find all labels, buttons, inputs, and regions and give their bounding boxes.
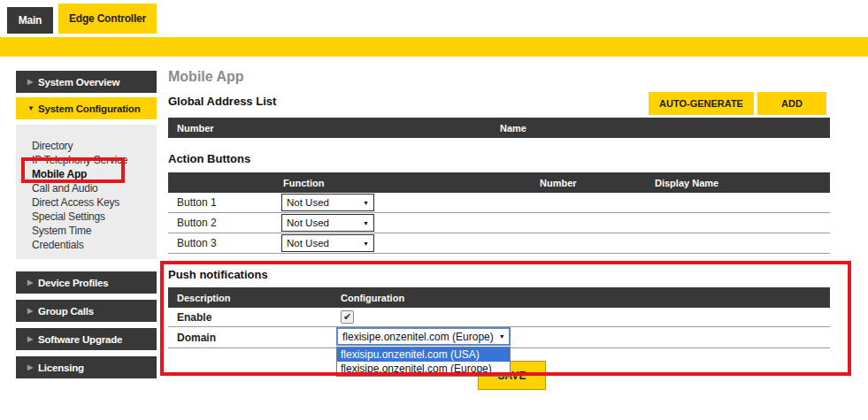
push-col-configuration: Configuration xyxy=(341,293,404,303)
sidebar-item-label: Licensing xyxy=(38,363,84,373)
push-table-header: Description Configuration xyxy=(168,287,830,308)
sidebar-item-label: Software Upgrade xyxy=(38,334,122,345)
gal-col-name: Name xyxy=(500,123,526,134)
sidebar-item-device-profiles[interactable]: ▶ Device Profiles xyxy=(16,271,157,294)
select-value: Not Used xyxy=(287,197,329,208)
domain-select-value: flexisipe.onzenitel.com (Europe) xyxy=(342,331,494,343)
action-row-button-3: Button 3 Not Used ▼ xyxy=(168,233,830,254)
chevron-right-icon: ▶ xyxy=(27,335,38,343)
sidebar-item-software-upgrade[interactable]: ▶ Software Upgrade xyxy=(16,328,157,350)
action-buttons-heading: Action Buttons xyxy=(168,152,250,165)
gal-col-number: Number xyxy=(177,123,214,134)
sidebar-item-label: System Configuration xyxy=(38,103,140,114)
action-col-number: Number xyxy=(540,178,577,188)
button-3-function-select[interactable]: Not Used ▼ xyxy=(281,234,374,252)
button-1-function-select[interactable]: Not Used ▼ xyxy=(281,194,374,211)
select-value: Not Used xyxy=(287,238,329,248)
gal-table-header: Number Name xyxy=(168,118,830,138)
sidebar-item-special-settings[interactable]: Special Settings xyxy=(32,210,105,224)
auto-generate-button[interactable]: AUTO-GENERATE xyxy=(649,92,754,115)
button-2-label: Button 2 xyxy=(177,217,217,229)
domain-label: Domain xyxy=(177,332,216,344)
push-row-enable: Enable ✔ xyxy=(168,308,830,327)
sidebar-item-label: Group Calls xyxy=(38,306,94,317)
sidebar-item-label: System Overview xyxy=(38,77,119,88)
enable-checkbox[interactable]: ✔ xyxy=(341,310,354,324)
checkmark-icon: ✔ xyxy=(343,311,351,323)
action-row-button-1: Button 1 Not Used ▼ xyxy=(168,193,830,213)
caret-down-icon: ▼ xyxy=(363,200,369,206)
sidebar-item-label: Device Profiles xyxy=(38,278,108,288)
push-row-domain: Domain flexisipe.onzenitel.com (Europe) … xyxy=(168,327,830,348)
button-2-function-select[interactable]: Not Used ▼ xyxy=(281,214,374,232)
tab-main[interactable]: Main xyxy=(7,7,53,34)
sidebar-item-ip-telephony-service[interactable]: IP Telephony Service xyxy=(32,154,127,167)
action-row-button-2: Button 2 Not Used ▼ xyxy=(168,213,830,233)
sidebar-item-directory[interactable]: Directory xyxy=(32,140,73,153)
tab-edge-controller[interactable]: Edge Controller xyxy=(58,4,157,34)
enable-label: Enable xyxy=(177,311,211,324)
sidebar-item-licensing[interactable]: ▶ Licensing xyxy=(16,356,157,378)
chevron-right-icon: ▶ xyxy=(27,307,38,315)
button-3-label: Button 3 xyxy=(177,237,217,249)
select-value: Not Used xyxy=(287,218,329,228)
button-1-label: Button 1 xyxy=(177,196,217,209)
sidebar-item-mobile-app[interactable]: Mobile App xyxy=(32,168,87,181)
sidebar-item-direct-access-keys[interactable]: Direct Access Keys xyxy=(32,196,119,210)
gal-heading: Global Address List xyxy=(168,95,276,108)
sidebar-item-group-calls[interactable]: ▶ Group Calls xyxy=(16,300,157,322)
chevron-down-icon: ▼ xyxy=(27,104,38,112)
page-title: Mobile App xyxy=(168,69,244,85)
add-button[interactable]: ADD xyxy=(757,92,826,115)
domain-dropdown-list: flexisipu.onzenitel.com (USA) flexisipe.… xyxy=(336,347,511,377)
push-col-description: Description xyxy=(177,293,231,303)
brand-bar xyxy=(0,37,868,57)
sidebar-item-system-time[interactable]: System Time xyxy=(32,225,91,238)
action-table-header: Function Number Display Name xyxy=(168,172,830,193)
chevron-right-icon: ▶ xyxy=(27,279,38,286)
sidebar-item-call-and-audio[interactable]: Call and Audio xyxy=(32,182,98,195)
sidebar-item-credentials[interactable]: Credentials xyxy=(32,239,84,252)
push-notifications-heading: Push notifications xyxy=(168,268,268,281)
chevron-right-icon: ▶ xyxy=(27,78,38,86)
caret-down-icon: ▼ xyxy=(499,333,505,340)
screen: Main Edge Controller ▶ System Overview ▼… xyxy=(0,0,868,420)
sidebar-subpanel: Directory IP Telephony Service Mobile Ap… xyxy=(16,125,157,259)
dropdown-option-europe[interactable]: flexisipe.onzenitel.com (Europe) xyxy=(337,362,510,376)
action-col-display-name: Display Name xyxy=(655,178,718,188)
action-col-function: Function xyxy=(283,178,324,188)
caret-down-icon: ▼ xyxy=(363,220,369,226)
caret-down-icon: ▼ xyxy=(363,241,369,247)
dropdown-option-usa[interactable]: flexisipu.onzenitel.com (USA) xyxy=(337,347,510,362)
chevron-right-icon: ▶ xyxy=(27,363,38,371)
sidebar-item-system-overview[interactable]: ▶ System Overview xyxy=(16,71,157,93)
domain-select[interactable]: flexisipe.onzenitel.com (Europe) ▼ xyxy=(336,327,511,346)
sidebar-item-system-configuration[interactable]: ▼ System Configuration xyxy=(16,97,157,119)
